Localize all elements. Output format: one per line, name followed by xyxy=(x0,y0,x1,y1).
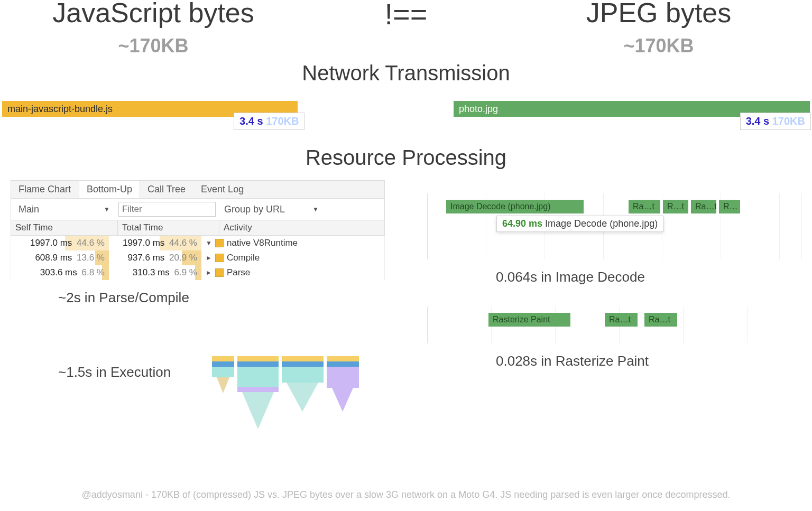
processing-title: Resource Processing xyxy=(0,146,812,170)
devtools-filter-row: Main ▼ Group by URL ▼ xyxy=(11,199,385,220)
tab-bottom-up[interactable]: Bottom-Up xyxy=(79,181,140,198)
decode-tooltip: 64.90 ms Image Decode (phone.jpg) xyxy=(496,216,663,232)
cell-total-time: 1997.0 ms 44.6 % xyxy=(109,236,201,250)
activity-color-icon xyxy=(215,268,224,277)
network-js-col: main-javascript-bundle.js 3.4 s 170KB xyxy=(2,101,358,130)
network-jpeg-col: photo.jpg 3.4 s 170KB xyxy=(454,101,810,130)
table-body: 1997.0 ms 44.6 %1997.0 ms 44.6 %▼ native… xyxy=(11,236,385,280)
cell-total-time: 310.3 ms 6.9 % xyxy=(109,265,201,280)
summary-parse-compile: ~2s in Parse/Compile xyxy=(58,290,385,306)
jpeg-network-badge: 3.4 s 170KB xyxy=(740,113,811,130)
header-left: JavaScript bytes ~170KB xyxy=(32,0,275,57)
flame-graph-icon xyxy=(211,356,359,435)
col-activity: Activity xyxy=(219,220,384,235)
js-time: 3.4 s xyxy=(239,115,263,127)
footer-credit: @addyosmani - 170KB of (compressed) JS v… xyxy=(26,489,786,500)
decode-block-s2: R…t xyxy=(663,200,688,213)
network-row: main-javascript-bundle.js 3.4 s 170KB ph… xyxy=(0,101,812,130)
disclosure-icon[interactable]: ▼ xyxy=(206,239,212,247)
filter-input[interactable] xyxy=(118,202,216,217)
js-network-badge: 3.4 s 170KB xyxy=(234,113,304,130)
raster-block-1: Rasterize Paint xyxy=(488,313,570,327)
chevron-down-icon: ▼ xyxy=(312,206,319,213)
header-right: JPEG bytes ~170KB xyxy=(537,0,780,57)
devtools-tabs: Flame Chart Bottom-Up Call Tree Event Lo… xyxy=(11,180,385,199)
group-dropdown[interactable]: Group by URL ▼ xyxy=(221,203,322,216)
table-header: Self Time Total Time Activity xyxy=(11,220,385,236)
js-title: JavaScript bytes xyxy=(32,0,275,29)
jpeg-time: 3.4 s xyxy=(746,115,769,127)
cell-self-time: 303.6 ms 6.8 % xyxy=(11,265,109,280)
raster-block-2: Ra…t xyxy=(605,313,638,327)
js-size: 170KB xyxy=(266,115,299,127)
cell-activity: ► Compile xyxy=(201,250,384,265)
network-title: Network Transmission xyxy=(0,61,812,85)
processing-row: Flame Chart Bottom-Up Call Tree Event Lo… xyxy=(0,180,812,443)
jpeg-title: JPEG bytes xyxy=(537,0,780,29)
cell-activity: ▼ native V8Runtime xyxy=(201,236,384,250)
decode-tooltip-ms: 64.90 ms xyxy=(502,218,542,229)
decode-block-s3: Ra…t xyxy=(691,200,716,213)
activity-color-icon xyxy=(215,254,224,262)
table-row[interactable]: 303.6 ms 6.8 %310.3 ms 6.9 %► Parse xyxy=(11,265,385,280)
thread-dropdown[interactable]: Main ▼ xyxy=(15,203,113,216)
summary-image-decode: 0.064s in Image Decode xyxy=(496,269,801,285)
header-row: JavaScript bytes ~170KB !== JPEG bytes ~… xyxy=(0,0,812,57)
cell-self-time: 1997.0 ms 44.6 % xyxy=(11,236,109,250)
tab-flame-chart[interactable]: Flame Chart xyxy=(11,181,79,198)
jpeg-kb: ~170KB xyxy=(537,35,780,57)
devtools: Flame Chart Bottom-Up Call Tree Event Lo… xyxy=(11,180,385,280)
decode-block-main: Image Decode (phone.jpg) xyxy=(446,200,584,213)
col-self-time: Self Time xyxy=(11,220,118,235)
summary-rasterize: 0.028s in Rasterize Paint xyxy=(496,353,801,369)
activity-color-icon xyxy=(215,239,224,247)
disclosure-icon[interactable]: ► xyxy=(206,254,212,262)
cell-total-time: 937.6 ms 20.9 % xyxy=(109,250,201,265)
table-row[interactable]: 1997.0 ms 44.6 %1997.0 ms 44.6 %▼ native… xyxy=(11,236,385,250)
decode-block-s1: Ra…t xyxy=(629,200,660,213)
cell-self-time: 608.9 ms 13.6 % xyxy=(11,250,109,265)
tab-call-tree[interactable]: Call Tree xyxy=(140,181,193,198)
decode-timeline: Image Decode (phone.jpg) Ra…t R…t Ra…t R… xyxy=(427,193,801,259)
devtools-panel: Flame Chart Bottom-Up Call Tree Event Lo… xyxy=(11,180,385,443)
disclosure-icon[interactable]: ► xyxy=(206,269,212,276)
table-row[interactable]: 608.9 ms 13.6 %937.6 ms 20.9 %► Compile xyxy=(11,250,385,265)
tab-event-log[interactable]: Event Log xyxy=(193,181,252,198)
neq-symbol: !== xyxy=(275,0,537,31)
thread-label: Main xyxy=(19,204,39,215)
decode-block-s4: R… xyxy=(719,200,740,213)
slide: JavaScript bytes ~170KB !== JPEG bytes ~… xyxy=(0,0,812,508)
image-processing-panel: Image Decode (phone.jpg) Ra…t R…t Ra…t R… xyxy=(427,180,801,443)
decode-tooltip-label: Image Decode (phone.jpg) xyxy=(545,218,658,229)
js-kb: ~170KB xyxy=(32,35,275,57)
cell-activity: ► Parse xyxy=(201,265,384,280)
chevron-down-icon: ▼ xyxy=(104,206,110,213)
raster-timeline: Rasterize Paint Ra…t Ra…t xyxy=(427,306,801,343)
jpeg-size: 170KB xyxy=(772,115,805,127)
raster-block-3: Ra…t xyxy=(644,313,677,327)
group-label: Group by URL xyxy=(224,204,285,215)
col-total-time: Total Time xyxy=(118,220,219,235)
